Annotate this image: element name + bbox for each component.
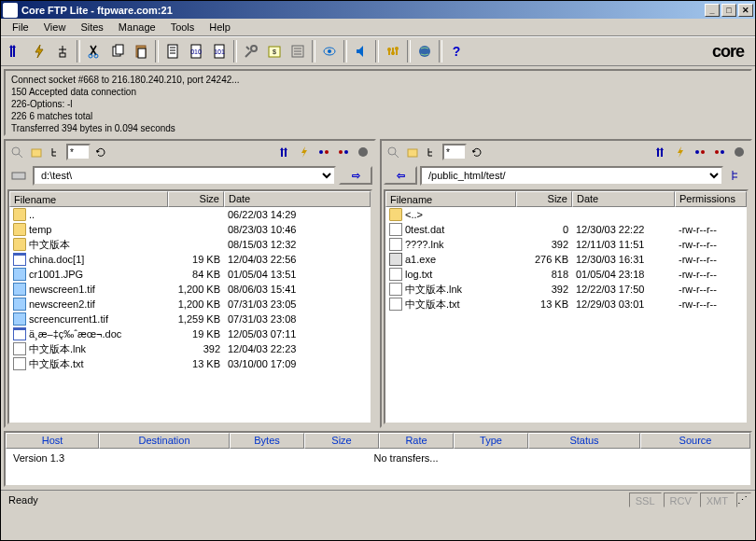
- file-row[interactable]: 中文版本.txt13 KB03/10/00 17:09: [9, 356, 371, 371]
- col-source[interactable]: Source: [640, 433, 750, 449]
- col-status[interactable]: Status: [528, 433, 640, 449]
- file-row[interactable]: 中文版本.lnk39212/22/03 17:50-rw-r--r--: [385, 282, 747, 297]
- remote-tree-button[interactable]: [423, 143, 441, 161]
- remote-refresh-button[interactable]: [468, 143, 486, 161]
- col-filename[interactable]: Filename: [9, 191, 168, 207]
- copy-button[interactable]: [106, 40, 129, 62]
- file-row[interactable]: 中文版本.txt13 KB12/29/03 03:01-rw-r--r--: [385, 297, 747, 312]
- file-row[interactable]: 0test.dat012/30/03 22:22-rw-r--r--: [385, 222, 747, 237]
- col-host[interactable]: Host: [6, 433, 99, 449]
- remote-newfolder-button[interactable]: [403, 143, 422, 161]
- file-row[interactable]: ä¸æ–‡ç‰ˆæœ¬.doc19 KB12/05/03 07:11: [9, 326, 371, 341]
- local-mode2-button[interactable]: [334, 143, 353, 161]
- cut-button[interactable]: [83, 40, 105, 62]
- col-type[interactable]: Type: [454, 433, 528, 449]
- remote-stop-button[interactable]: [730, 143, 749, 161]
- txt-icon: [13, 357, 26, 370]
- local-refresh-button[interactable]: [91, 143, 110, 161]
- close-button[interactable]: ✕: [738, 4, 753, 17]
- file-row[interactable]: screencurrent1.tif1,259 KB07/31/03 23:08: [9, 312, 371, 326]
- col-bytes[interactable]: Bytes: [230, 433, 304, 449]
- col-destination[interactable]: Destination: [99, 433, 230, 449]
- remote-filter-input[interactable]: [442, 144, 467, 160]
- file-row[interactable]: temp08/23/03 10:46: [9, 222, 371, 237]
- quickconnect-button[interactable]: [28, 40, 50, 62]
- file-name: ä¸æ–‡ç‰ˆæœ¬.doc: [29, 328, 121, 340]
- file2-button[interactable]: 010: [185, 40, 207, 62]
- remote-file-list[interactable]: Filename Size Date Permissions <..>0test…: [384, 189, 749, 424]
- remote-dirtree-button[interactable]: [726, 166, 749, 185]
- settings-button[interactable]: [382, 40, 404, 62]
- local-newfolder-button[interactable]: [27, 143, 46, 161]
- svg-text:$: $: [273, 49, 276, 55]
- maximize-button[interactable]: □: [721, 4, 736, 17]
- svg-point-26: [325, 150, 329, 154]
- file-row[interactable]: ????.lnk39212/11/03 11:51-rw-r--r--: [385, 237, 747, 252]
- log-panel: Connect socket #668 to 216.180.240.210, …: [4, 69, 752, 136]
- remote-mode1-button[interactable]: [691, 143, 709, 161]
- file-row[interactable]: newscreen1.tif1,200 KB08/06/03 15:41: [9, 282, 371, 297]
- file-row[interactable]: <..>: [385, 207, 747, 222]
- connect-button[interactable]: [5, 40, 27, 62]
- local-drive-button[interactable]: [7, 166, 30, 185]
- col-permissions[interactable]: Permissions: [675, 191, 747, 207]
- upload-arrow-button[interactable]: ⇨: [339, 166, 372, 185]
- remote-search-button[interactable]: [384, 143, 402, 161]
- col-rate[interactable]: Rate: [379, 433, 454, 449]
- file-perm: -rw-r--r--: [675, 254, 740, 265]
- file-row[interactable]: china.doc[1]19 KB12/04/03 22:56: [9, 252, 371, 267]
- view-button[interactable]: [318, 40, 341, 62]
- local-search-button[interactable]: [7, 143, 26, 161]
- file1-button[interactable]: [161, 40, 184, 62]
- local-mode1-button[interactable]: [315, 143, 333, 161]
- local-abort-button[interactable]: [295, 143, 314, 161]
- schedule-button[interactable]: $: [263, 40, 286, 62]
- svg-rect-6: [138, 49, 146, 58]
- resize-grip[interactable]: ⋰: [736, 492, 751, 507]
- download-arrow-button[interactable]: ⇦: [384, 166, 417, 185]
- help-button[interactable]: ?: [445, 40, 468, 62]
- file-row[interactable]: 中文版本08/15/03 12:32: [9, 237, 371, 252]
- paste-button[interactable]: [130, 40, 152, 62]
- sound-button[interactable]: [350, 40, 372, 62]
- file-row[interactable]: 中文版本.lnk39212/04/03 22:23: [9, 341, 371, 356]
- menu-sites[interactable]: Sites: [73, 20, 110, 35]
- file-row[interactable]: log.txt81801/05/04 23:18-rw-r--r--: [385, 267, 747, 282]
- local-tree-button[interactable]: [47, 143, 65, 161]
- col-filename[interactable]: Filename: [385, 191, 516, 207]
- file-name: ..: [29, 209, 35, 220]
- local-stop-button[interactable]: [354, 143, 372, 161]
- menu-view[interactable]: View: [36, 20, 74, 35]
- log-line: Connect socket #668 to 216.180.240.210, …: [11, 74, 745, 86]
- file3-button[interactable]: 101: [208, 40, 231, 62]
- remote-abort-button[interactable]: [671, 143, 690, 161]
- col-size[interactable]: Size: [304, 433, 379, 449]
- local-file-list[interactable]: Filename Size Date ..06/22/03 14:29temp0…: [7, 189, 372, 424]
- col-size[interactable]: Size: [168, 191, 224, 207]
- file-row[interactable]: ..06/22/03 14:29: [9, 207, 371, 222]
- local-filter-input[interactable]: [66, 144, 91, 160]
- local-path-select[interactable]: d:\test\: [33, 166, 336, 186]
- menu-manage[interactable]: Manage: [111, 20, 163, 35]
- minimize-button[interactable]: _: [705, 4, 720, 17]
- file-row[interactable]: a1.exe276 KB12/30/03 16:31-rw-r--r--: [385, 252, 747, 267]
- log-button[interactable]: [287, 40, 309, 62]
- col-date[interactable]: Date: [572, 191, 675, 207]
- remote-mode2-button[interactable]: [710, 143, 729, 161]
- menu-help[interactable]: Help: [202, 20, 238, 35]
- file-row[interactable]: cr1001.JPG84 KB01/05/04 13:51: [9, 267, 371, 282]
- remote-path-select[interactable]: /public_html/test/: [420, 166, 723, 186]
- tools-button[interactable]: [240, 40, 262, 62]
- disconnect-button[interactable]: [51, 40, 74, 62]
- globe-button[interactable]: [413, 40, 436, 62]
- file-name: log.txt: [405, 269, 432, 280]
- col-date[interactable]: Date: [224, 191, 371, 207]
- menu-file[interactable]: File: [5, 20, 36, 35]
- menu-tools[interactable]: Tools: [163, 20, 203, 35]
- col-size[interactable]: Size: [516, 191, 572, 207]
- remote-download-button[interactable]: [651, 143, 670, 161]
- local-upload-button[interactable]: [275, 143, 294, 161]
- svg-point-23: [12, 147, 20, 155]
- file-name: 中文版本.lnk: [29, 342, 86, 356]
- file-row[interactable]: newscreen2.tif1,200 KB07/31/03 23:05: [9, 297, 371, 312]
